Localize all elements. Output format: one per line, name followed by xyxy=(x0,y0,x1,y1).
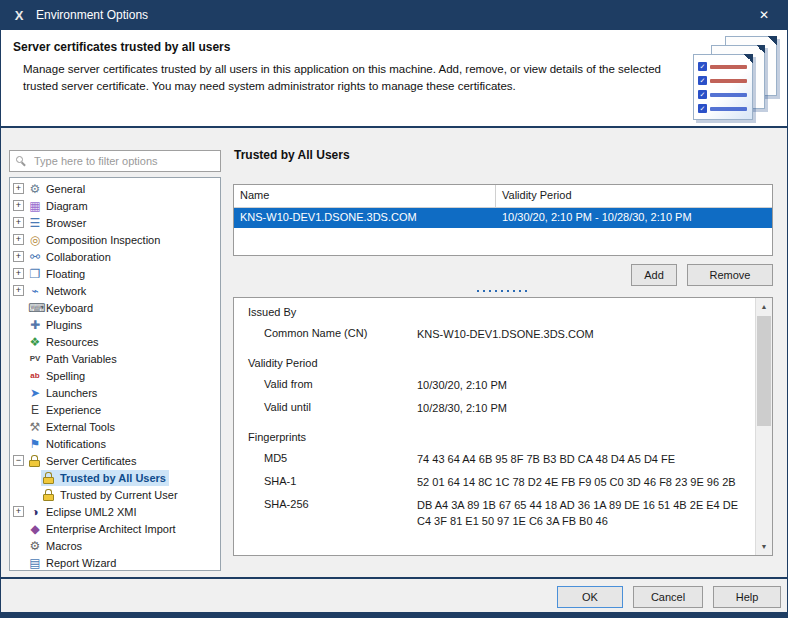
notifications-icon: ⚑ xyxy=(28,437,42,451)
tree-item-resources[interactable]: ❖ Resources xyxy=(10,333,220,350)
tree-item-label: Resources xyxy=(46,336,99,348)
tree-item-network[interactable]: + ⌁ Network xyxy=(10,282,220,299)
expand-icon[interactable]: + xyxy=(13,251,24,262)
tree-item-spelling[interactable]: ab Spelling xyxy=(10,367,220,384)
expand-icon[interactable]: + xyxy=(13,183,24,194)
add-button[interactable]: Add xyxy=(631,264,677,286)
general-icon: ⚙ xyxy=(28,182,42,196)
detail-row: Valid until 10/28/30, 2:10 PM xyxy=(248,401,755,417)
column-header-name[interactable]: Name xyxy=(234,185,496,207)
filter-input[interactable] xyxy=(9,150,221,172)
tree-item-browser[interactable]: + ☰ Browser xyxy=(10,214,220,231)
column-header-validity[interactable]: Validity Period xyxy=(496,185,772,207)
splitter-grip-icon xyxy=(475,289,531,293)
tree-item-path-variables[interactable]: PV Path Variables xyxy=(10,350,220,367)
experience-icon: E xyxy=(28,403,42,417)
expand-icon[interactable]: + xyxy=(13,268,24,279)
tree-item-report-wizard[interactable]: ▤ Report Wizard xyxy=(10,554,220,571)
cancel-button[interactable]: Cancel xyxy=(633,586,703,608)
browser-icon: ☰ xyxy=(28,216,42,230)
lock-icon xyxy=(42,488,56,502)
tree-item-keyboard[interactable]: ⌨ Keyboard xyxy=(10,299,220,316)
tree-item-label: Eclipse UML2 XMI xyxy=(46,506,136,518)
tree-item-server-certificates[interactable]: − Server Certificates xyxy=(10,452,220,469)
tree-item-label: Trusted by Current User xyxy=(60,489,178,501)
ok-button[interactable]: OK xyxy=(557,586,623,608)
expand-icon[interactable]: + xyxy=(13,217,24,228)
detail-label: MD5 xyxy=(264,452,417,468)
tree-item-macros[interactable]: ⚙ Macros xyxy=(10,537,220,554)
certificate-row: ✓ xyxy=(698,104,747,113)
detail-value: 10/28/30, 2:10 PM xyxy=(417,401,755,417)
tree-item-enterprise-architect-import[interactable]: ◆ Enterprise Architect Import xyxy=(10,520,220,537)
tree-item-composition-inspection[interactable]: + ◎ Composition Inspection xyxy=(10,231,220,248)
tree-item-launchers[interactable]: ➤ Launchers xyxy=(10,384,220,401)
tree-item-trusted-by-all-users[interactable]: Trusted by All Users xyxy=(10,469,220,486)
close-button[interactable]: ✕ xyxy=(741,0,787,30)
detail-value: 10/30/20, 2:10 PM xyxy=(417,378,755,394)
detail-label: SHA-256 xyxy=(264,498,417,530)
tree-item-collaboration[interactable]: + ⚯ Collaboration xyxy=(10,248,220,265)
composition-inspection-icon: ◎ xyxy=(28,233,42,247)
resources-icon: ❖ xyxy=(28,335,42,349)
tree-item-trusted-by-current-user[interactable]: Trusted by Current User xyxy=(10,486,220,503)
text-line xyxy=(710,79,747,83)
scrollbar-thumb[interactable] xyxy=(757,316,771,426)
text-line xyxy=(710,93,747,97)
eclipse-icon: ◑ xyxy=(28,505,42,519)
tree-item-eclipse-uml2-xmi[interactable]: + ◑ Eclipse UML2 XMI xyxy=(10,503,220,520)
tree-item-label: Server Certificates xyxy=(46,455,136,467)
tree-item-experience[interactable]: E Experience xyxy=(10,401,220,418)
detail-row: SHA-1 52 01 64 14 8C 1C 78 D2 4E FB F9 0… xyxy=(248,475,755,491)
footer-divider xyxy=(1,577,787,579)
detail-section-validity-period: Validity Period Valid from 10/30/20, 2:1… xyxy=(248,356,755,417)
tree-item-label: Floating xyxy=(46,268,85,280)
tree-item-label: Keyboard xyxy=(46,302,93,314)
panel-title: Trusted by All Users xyxy=(234,148,350,162)
cell-name: KNS-W10-DEV1.DSONE.3DS.COM xyxy=(234,208,496,228)
expand-icon[interactable]: + xyxy=(13,285,24,296)
details-scrollbar[interactable]: ▲ ▼ xyxy=(755,298,772,555)
detail-row: Valid from 10/30/20, 2:10 PM xyxy=(248,378,755,394)
tree-item-label: Path Variables xyxy=(46,353,117,365)
help-button[interactable]: Help xyxy=(713,586,781,608)
tree-item-label: General xyxy=(46,183,85,195)
options-tree: + ⚙ General + ▦ Diagram + ☰ Browser + ◎ … xyxy=(9,177,221,571)
expand-icon[interactable]: + xyxy=(13,200,24,211)
floating-windows-icon: ❐ xyxy=(28,267,42,281)
collapse-icon[interactable]: − xyxy=(13,455,24,466)
network-icon: ⌁ xyxy=(28,284,42,298)
checkbox-icon: ✓ xyxy=(698,62,707,71)
detail-value: DB A4 3A 89 1B 67 65 44 18 AD 36 1A 89 D… xyxy=(417,498,755,530)
detail-row: SHA-256 DB A4 3A 89 1B 67 65 44 18 AD 36… xyxy=(248,498,755,530)
titlebar[interactable]: X Environment Options ✕ xyxy=(1,0,787,30)
text-line xyxy=(710,65,747,69)
tree-item-notifications[interactable]: ⚑ Notifications xyxy=(10,435,220,452)
header-description: Manage server certificates trusted by al… xyxy=(23,61,671,96)
table-row[interactable]: KNS-W10-DEV1.DSONE.3DS.COM 10/30/20, 2:1… xyxy=(234,208,772,228)
tree-item-plugins[interactable]: ✚ Plugins xyxy=(10,316,220,333)
tree-item-external-tools[interactable]: ⚒ External Tools xyxy=(10,418,220,435)
tree-item-diagram[interactable]: + ▦ Diagram xyxy=(10,197,220,214)
scroll-up-icon[interactable]: ▲ xyxy=(756,298,772,315)
detail-label: Valid from xyxy=(264,378,417,394)
tree-item-label: External Tools xyxy=(46,421,115,433)
section-heading: Issued By xyxy=(248,305,755,320)
header-title: Server certificates trusted by all users xyxy=(13,40,230,54)
remove-button[interactable]: Remove xyxy=(687,264,773,286)
detail-section-fingerprints: Fingerprints MD5 74 43 64 A4 6B 95 8F 7B… xyxy=(248,430,755,530)
tree-item-floating[interactable]: + ❐ Floating xyxy=(10,265,220,282)
certificate-details-content: Issued By Common Name (CN) KNS-W10-DEV1.… xyxy=(234,298,755,555)
app-logo-icon: X xyxy=(11,8,27,23)
expand-icon[interactable]: + xyxy=(13,234,24,245)
detail-row: Common Name (CN) KNS-W10-DEV1.DSONE.3DS.… xyxy=(248,327,755,343)
certificate-details-panel: Issued By Common Name (CN) KNS-W10-DEV1.… xyxy=(233,297,773,556)
window-title: Environment Options xyxy=(36,8,148,22)
tree-item-label: Spelling xyxy=(46,370,85,382)
tree-item-general[interactable]: + ⚙ General xyxy=(10,180,220,197)
expand-icon[interactable]: + xyxy=(13,506,24,517)
tree-item-label: Diagram xyxy=(46,200,88,212)
keyboard-icon: ⌨ xyxy=(28,301,42,315)
details-splitter[interactable] xyxy=(233,287,773,294)
scroll-down-icon[interactable]: ▼ xyxy=(756,538,772,555)
